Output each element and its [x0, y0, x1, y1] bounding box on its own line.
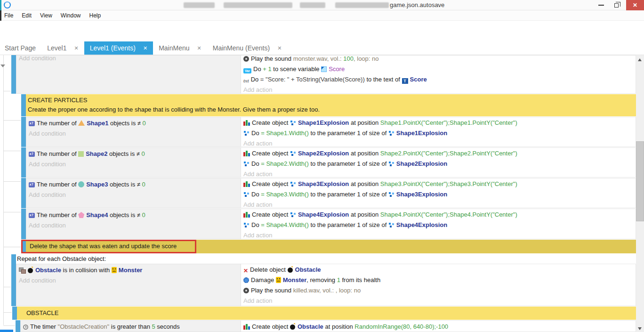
conditions-cell: The number of Shape4 objects is ≠ 0 Add …	[26, 209, 241, 239]
tab-close-icon[interactable]: ✕	[277, 45, 282, 51]
menu-file[interactable]: File	[1, 10, 17, 21]
condition-line[interactable]: Obstacle is in collision with Monster	[19, 266, 239, 275]
event-drag-handle[interactable]	[21, 94, 26, 116]
text-segment: Add condition	[19, 55, 56, 62]
comment-block[interactable]: Delete the shape that was eaten and upda…	[0, 240, 636, 254]
text-object-icon	[402, 78, 408, 84]
condition-line[interactable]: The number of Shape1 objects is ≠ 0	[29, 119, 239, 128]
add-action[interactable]: Add action	[243, 201, 634, 209]
conditions-cell: The timer "ObstacleCreation" is greater …	[20, 320, 241, 332]
tab-close-icon[interactable]: ✕	[74, 45, 78, 51]
scroll-up-icon[interactable]	[638, 58, 642, 61]
event-drag-handle[interactable]	[21, 147, 26, 178]
action-line[interactable]: Delete object Obstacle	[243, 266, 634, 275]
condition-line[interactable]: The number of Shape3 objects is ≠ 0	[29, 180, 239, 189]
text-segment: Add action	[243, 201, 272, 208]
tab-level1[interactable]: Level1✕	[41, 41, 84, 55]
tab-close-icon[interactable]: ✕	[197, 45, 201, 51]
add-action[interactable]: Add action	[243, 86, 634, 94]
tab-close-icon[interactable]: ✕	[143, 45, 147, 51]
event-drag-handle[interactable]	[11, 55, 16, 94]
action-line[interactable]: Do + 1 to scene variable Score	[243, 65, 634, 73]
event-drag-handle[interactable]	[11, 254, 16, 306]
text-segment: 1	[337, 276, 340, 283]
action-line[interactable]: Do = Shape2.Width() to the parameter 1 o…	[243, 160, 634, 168]
instance-count-icon	[29, 182, 35, 187]
event-block: The number of Shape1 objects is ≠ 0 Add …	[0, 117, 636, 147]
event-drag-handle[interactable]	[12, 307, 17, 320]
text-segment: RandomInRange(80, 640-80);-100	[354, 323, 448, 330]
add-condition[interactable]: Add condition	[29, 130, 239, 138]
screen-edge-strip	[0, 0, 1, 10]
text-segment: Add action	[243, 232, 272, 239]
action-line[interactable]: Create object Shape1Explosion at positio…	[243, 119, 634, 127]
monster-icon	[276, 277, 281, 283]
events-sheet: Add condition Play the sound monster.wav…	[0, 55, 636, 332]
event-drag-handle[interactable]	[16, 320, 20, 332]
event-drag-handle[interactable]	[21, 209, 26, 239]
comment-block[interactable]: CREATE PARTICLES Create the proper one a…	[0, 94, 636, 117]
delete-object-icon	[243, 267, 248, 275]
action-line[interactable]: Do = Shape4.Width() to the parameter 1 o…	[243, 221, 634, 229]
text-segment: Shape2.PointX("Center");Shape2.PointY("C…	[380, 150, 517, 157]
menu-window[interactable]: Window	[56, 10, 85, 21]
event-drag-handle[interactable]	[21, 178, 26, 208]
text-segment: Shape3.PointX("Center");Shape3.PointY("C…	[380, 180, 517, 187]
add-action[interactable]: Add action	[243, 139, 634, 148]
repeat-header[interactable]: Repeat for each Obstacle object:	[17, 255, 106, 262]
add-condition[interactable]: Add condition	[29, 221, 239, 230]
text-segment: 0	[142, 181, 145, 188]
menu-help[interactable]: Help	[85, 10, 105, 21]
add-condition[interactable]: Add condition	[29, 160, 239, 169]
action-line[interactable]: Play the sound killed.wav, vol.: , loop:…	[243, 286, 634, 295]
add-action[interactable]: Add action	[243, 297, 634, 305]
text-segment: Create object	[252, 150, 290, 157]
text-segment: Do	[251, 76, 260, 83]
scrollbar-thumb[interactable]	[636, 141, 644, 221]
comment-body[interactable]: CREATE PARTICLES Create the proper one a…	[26, 94, 636, 116]
comment-block[interactable]: OBSTACLE	[0, 307, 636, 320]
action-line[interactable]: Damage Monster, removing 1 from its heal…	[243, 276, 634, 284]
action-line[interactable]: Do = Shape3.Width() to the parameter 1 o…	[243, 190, 634, 199]
action-line[interactable]: Do = Shape1.Width() to the parameter 1 o…	[243, 129, 634, 138]
add-condition[interactable]: Add condition	[19, 55, 239, 63]
particles-icon	[243, 130, 250, 136]
menu-bar: File Edit View Window Help	[1, 10, 644, 21]
add-action[interactable]: Add action	[243, 170, 634, 178]
gdevelop-logo-icon	[4, 1, 11, 8]
monster-icon	[112, 267, 117, 273]
menu-view[interactable]: View	[36, 10, 56, 21]
action-line[interactable]: Do = "Score: " + ToString(Variable(Score…	[243, 75, 634, 84]
add-condition[interactable]: Add condition	[19, 276, 239, 285]
text-segment: to the parameter 1 of size of	[309, 130, 388, 137]
conditions-cell: Add condition	[16, 55, 241, 94]
text-segment: Shape2Explosion	[396, 160, 447, 167]
redacted-title-segment	[224, 2, 292, 8]
close-button[interactable]: ✕	[626, 0, 644, 10]
action-line[interactable]: Play the sound monster.wav, vol.: 100, l…	[243, 55, 634, 63]
tab-level1-events[interactable]: Level1 (Events)✕	[84, 41, 153, 55]
tab-mainmenu[interactable]: MainMenu✕	[153, 41, 207, 55]
create-icon	[243, 212, 250, 218]
scroll-down-icon[interactable]	[638, 327, 642, 330]
tab-mainmenu-events[interactable]: MainMenu (Events)✕	[207, 41, 288, 55]
shape4-icon	[78, 212, 84, 218]
action-line[interactable]: Create object Obstacle at position Rando…	[243, 323, 634, 331]
vertical-scrollbar[interactable]	[636, 55, 644, 332]
minimize-button[interactable]	[594, 0, 608, 10]
condition-line[interactable]: The timer "ObstacleCreation" is greater …	[23, 323, 239, 331]
tab-start-page[interactable]: Start Page	[0, 41, 41, 55]
create-icon	[243, 181, 250, 187]
add-condition[interactable]: Add condition	[29, 191, 239, 199]
action-line[interactable]: Create object Shape2Explosion at positio…	[243, 149, 634, 158]
condition-line[interactable]: The number of Shape4 objects is ≠ 0	[29, 211, 239, 219]
action-line[interactable]: Create object Shape4Explosion at positio…	[243, 211, 634, 219]
menu-edit[interactable]: Edit	[17, 10, 36, 21]
text-segment: Shape1	[87, 120, 108, 127]
add-action[interactable]: Add action	[243, 231, 634, 240]
comment-body[interactable]: OBSTACLE	[17, 307, 636, 320]
condition-line[interactable]: The number of Shape2 objects is ≠ 0	[29, 150, 239, 158]
action-line[interactable]: Create object Shape3Explosion at positio…	[243, 180, 634, 188]
event-drag-handle[interactable]	[21, 117, 26, 147]
restore-button[interactable]	[609, 0, 623, 10]
